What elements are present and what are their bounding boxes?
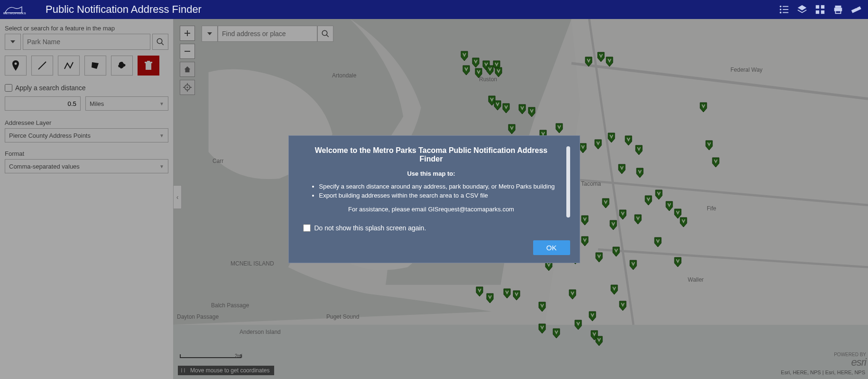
splash-overlay: Welcome to the Metro Parks Tacoma Public… [0, 19, 868, 379]
svg-line-16 [855, 7, 855, 9]
header-bar: METROPARKS Public Notification Address F… [0, 0, 868, 19]
metroparks-logo-icon: METROPARKS [3, 2, 41, 17]
layers-button[interactable] [795, 2, 809, 17]
svg-rect-11 [835, 6, 841, 8]
legend-button[interactable] [777, 2, 791, 17]
ok-button[interactable]: OK [533, 240, 570, 255]
print-button[interactable] [831, 2, 845, 17]
dont-show-again-label: Do not show this splash screen again. [314, 224, 426, 232]
svg-line-15 [853, 8, 854, 9]
svg-rect-10 [821, 10, 824, 14]
svg-point-1 [780, 6, 782, 8]
modal-assist: For assistance, please email GISrequest@… [303, 206, 560, 213]
svg-rect-7 [816, 5, 819, 9]
svg-rect-4 [783, 9, 788, 10]
header-toolbar [777, 2, 865, 17]
measure-button[interactable] [849, 2, 863, 17]
svg-rect-8 [821, 5, 824, 9]
svg-point-3 [780, 9, 782, 10]
app-title: Public Notification Address Finder [46, 3, 202, 16]
modal-bullet: Export building addresses within the sea… [319, 192, 560, 199]
svg-rect-2 [783, 6, 788, 7]
svg-text:METROPARKS: METROPARKS [3, 11, 26, 15]
modal-title: Welcome to the Metro Parks Tacoma Public… [303, 146, 560, 163]
content: Select or search for a feature in the ma… [0, 19, 868, 379]
modal-scrollbar[interactable] [566, 146, 570, 218]
basemap-button[interactable] [813, 2, 827, 17]
logo: METROPARKS [3, 2, 41, 17]
svg-rect-14 [851, 6, 861, 13]
svg-rect-6 [783, 12, 788, 13]
splash-modal: Welcome to the Metro Parks Tacoma Public… [288, 135, 580, 263]
modal-intro: Use this map to: [303, 170, 560, 177]
svg-rect-9 [816, 10, 819, 14]
svg-point-5 [780, 12, 782, 14]
dont-show-again-checkbox[interactable] [303, 224, 311, 232]
modal-bullet: Specify a search distance around any add… [319, 183, 560, 190]
